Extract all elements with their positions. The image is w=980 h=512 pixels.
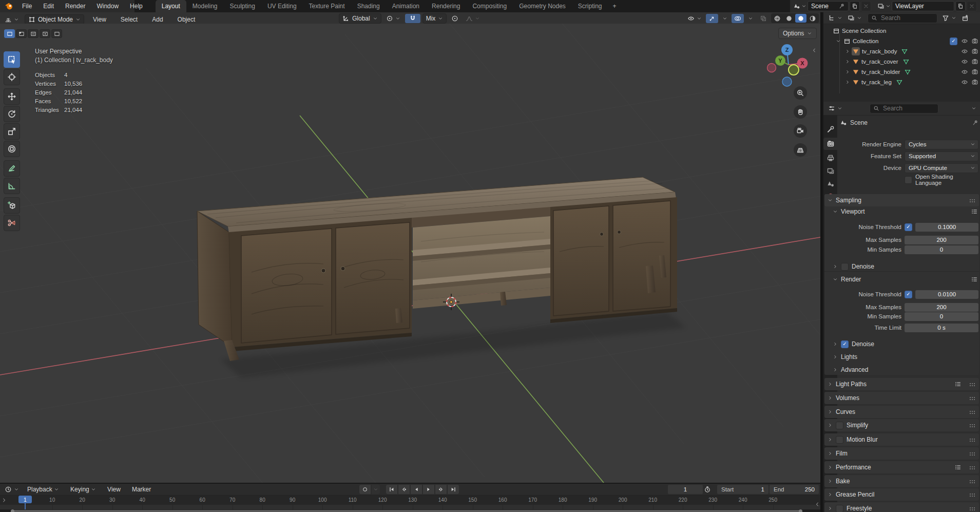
play-reverse-button[interactable] [411, 485, 422, 494]
render-camera-icon[interactable] [971, 37, 978, 45]
overlays-toggle[interactable] [732, 14, 744, 23]
panel-collapse-arrow[interactable] [814, 501, 820, 507]
overlays-dropdown[interactable] [745, 14, 756, 23]
new-collection-button[interactable] [959, 13, 971, 23]
camera-view-button[interactable] [794, 124, 807, 138]
tab-compositing[interactable]: Compositing [466, 0, 513, 12]
lights-subpanel[interactable]: Lights [833, 352, 978, 362]
panel-drag-grip[interactable] [969, 506, 976, 511]
panel-drag-grip[interactable] [969, 479, 976, 484]
osl-checkbox[interactable] [905, 176, 912, 184]
panel-light-paths[interactable]: Light Paths [824, 378, 979, 390]
chevron-down-icon[interactable] [886, 4, 891, 9]
viewport-3d[interactable]: User Perspective (1) Collection | tv_rac… [0, 24, 820, 483]
scrollbar-left-handle[interactable] [11, 509, 14, 512]
outliner-row-collection[interactable]: Collection [823, 36, 980, 46]
tab-tool[interactable] [823, 123, 837, 136]
menu-view[interactable]: View [102, 484, 126, 495]
gizmos-toggle[interactable] [706, 14, 718, 23]
panel-bake[interactable]: Bake [824, 475, 979, 487]
expand-arrow-icon[interactable] [845, 49, 850, 54]
object-visibility-dropdown[interactable] [685, 14, 704, 23]
blender-logo-icon[interactable] [5, 2, 13, 10]
panel-curves[interactable]: Curves [824, 406, 979, 418]
proportional-editing-toggle[interactable] [449, 14, 461, 23]
select-mode-intersect-button[interactable] [51, 29, 62, 38]
tab-rendering[interactable]: Rendering [426, 0, 466, 12]
render-camera-icon[interactable] [971, 58, 978, 65]
shading-wireframe-button[interactable] [772, 14, 783, 23]
tab-animation[interactable]: Animation [386, 0, 426, 12]
hide-eye-icon[interactable] [961, 79, 968, 86]
select-mode-extend-button[interactable] [16, 29, 27, 38]
render-engine-dropdown[interactable]: Cycles [905, 140, 978, 149]
frame-end-field[interactable]: End 250 [769, 484, 819, 495]
options-dropdown[interactable]: Options [778, 28, 817, 39]
tab-uv-editing[interactable]: UV Editing [261, 0, 303, 12]
mode-dropdown[interactable]: Object Mode [25, 14, 84, 25]
properties-search-input[interactable] [882, 104, 930, 112]
expand-arrow-icon[interactable] [845, 59, 850, 64]
gizmo-minus-z-axis[interactable] [782, 77, 792, 86]
expand-arrow-icon[interactable] [845, 69, 850, 74]
menu-edit[interactable]: Edit [37, 0, 60, 12]
tab-geometry-nodes[interactable]: Geometry Nodes [513, 0, 572, 12]
tool-measure[interactable] [4, 178, 20, 194]
current-frame-marker[interactable]: 1 [18, 496, 32, 503]
panel-volumes[interactable]: Volumes [824, 392, 979, 404]
tool-select-box[interactable] [4, 51, 20, 68]
pin-icon[interactable] [839, 3, 845, 9]
gizmo-minus-y-axis[interactable] [789, 65, 799, 75]
outliner-row-scene-collection[interactable]: Scene Collection [823, 26, 980, 36]
pin-icon[interactable] [972, 120, 978, 126]
outliner-row-object[interactable]: tv_rack_body [823, 46, 980, 56]
tab-modeling[interactable]: Modeling [186, 0, 224, 12]
outliner-search[interactable] [868, 13, 937, 23]
new-view-layer-button[interactable] [955, 1, 966, 11]
auto-key-dropdown[interactable] [372, 485, 380, 494]
add-workspace-button[interactable]: + [608, 0, 621, 12]
scene-icon[interactable] [793, 3, 800, 10]
gizmo-minus-x-axis[interactable] [767, 64, 776, 72]
noise-threshold-checkbox[interactable] [905, 223, 912, 231]
hide-eye-icon[interactable] [961, 58, 968, 65]
panel-drag-grip[interactable] [969, 396, 976, 401]
panel-simplify[interactable]: Simplify [824, 419, 979, 431]
panel-sampling-header[interactable]: Sampling [824, 194, 979, 206]
current-frame-field[interactable]: 1 [667, 484, 703, 495]
panel-performance[interactable]: Performance [824, 461, 979, 473]
outliner-filter-button[interactable] [939, 13, 959, 23]
tool-rotate[interactable] [4, 106, 20, 122]
menu-render[interactable]: Render [60, 0, 91, 12]
viewport-canvas[interactable] [0, 24, 820, 483]
panel-film[interactable]: Film [824, 447, 979, 460]
tool-scale[interactable] [4, 123, 20, 140]
panel-drag-grip[interactable] [969, 465, 976, 470]
max-samples-field[interactable]: 200 [905, 236, 978, 244]
subpanel-viewport-header[interactable]: Viewport [833, 206, 978, 217]
tool-knife-project[interactable] [4, 215, 20, 231]
max-samples-field[interactable]: 200 [905, 303, 978, 312]
preset-icon[interactable] [954, 381, 962, 388]
properties-search[interactable] [870, 104, 938, 113]
render-camera-icon[interactable] [971, 79, 978, 86]
pivot-point-dropdown[interactable] [383, 14, 403, 23]
expand-arrow-icon[interactable] [845, 80, 850, 85]
panel-grease-pencil[interactable]: Grease Pencil [824, 488, 979, 501]
motion-blur-checkbox[interactable] [836, 436, 843, 444]
preset-icon[interactable] [971, 208, 978, 215]
viewport-denoise-row[interactable]: Denoise [833, 261, 978, 272]
min-samples-field[interactable]: 0 [905, 312, 978, 321]
use-preview-range-button[interactable] [701, 485, 714, 494]
outliner-editor-type-button[interactable] [825, 13, 845, 23]
time-limit-field[interactable]: 0 s [905, 324, 978, 332]
properties-editor-type-button[interactable] [825, 104, 845, 113]
render-camera-icon[interactable] [971, 68, 978, 75]
render-camera-icon[interactable] [971, 48, 978, 55]
ortho-toggle-button[interactable] [794, 143, 807, 157]
timeline-track[interactable] [0, 505, 820, 509]
noise-threshold-field[interactable]: 0.0100 [915, 290, 978, 299]
outliner-search-input[interactable] [880, 14, 928, 22]
zoom-button[interactable] [794, 86, 807, 100]
xray-toggle[interactable] [757, 14, 770, 23]
